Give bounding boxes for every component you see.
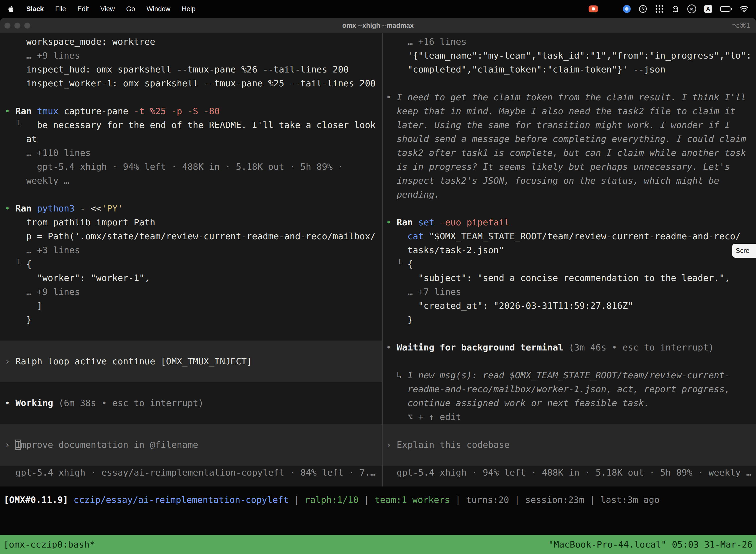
- prompt-input[interactable]: › Improve documentation in @filename: [0, 438, 382, 452]
- terminal-line: • Working (6m 38s • esc to interrupt): [0, 396, 382, 410]
- terminal-line: inspect_worker-1: omx sparkshell --tmux-…: [0, 76, 382, 90]
- terminal-line: ]: [0, 299, 382, 313]
- text-segment: |: [584, 495, 601, 505]
- text-segment: from pathlib import Path: [5, 217, 155, 227]
- text-segment: set: [418, 217, 440, 227]
- text-segment: 'PY': [102, 203, 123, 214]
- text-segment: workspace_mode: worktree: [5, 37, 155, 47]
- terminal-line: [0, 327, 382, 340]
- tmux-pane-left[interactable]: workspace_mode: worktree … +9 lines insp…: [0, 33, 382, 487]
- menu-item-edit[interactable]: Edit: [77, 5, 89, 13]
- terminal-line: "worker": "worker-1",: [0, 271, 382, 285]
- minimize-window-button[interactable]: [14, 22, 20, 29]
- text-segment: -euo pipefail: [440, 217, 510, 227]
- terminal-line: … +16 lines: [383, 35, 756, 49]
- text-segment: [OMX#0.11.9]: [4, 495, 68, 505]
- text-segment: inspect_hud: omx sparkshell --tmux-pane …: [5, 64, 349, 74]
- terminal-line: [0, 410, 382, 424]
- text-segment: p = Path('.omx/state/team/review-current…: [5, 231, 376, 241]
- terminal-line: pending.: [383, 188, 756, 202]
- maximize-window-button[interactable]: [24, 22, 30, 29]
- clock-app-icon[interactable]: [639, 5, 647, 13]
- blue-app-icon[interactable]: [623, 5, 631, 13]
- terminal-line: "completed","claim_token":"claim-token"}…: [383, 63, 756, 76]
- terminal-line: [383, 424, 756, 438]
- terminal-line: … +7 lines: [383, 285, 756, 299]
- keyboard-grid-icon[interactable]: [606, 6, 615, 12]
- text-segment: pending.: [386, 189, 440, 200]
- text-segment: … +9 lines: [5, 50, 80, 61]
- terminal-line: • Waiting for background terminal (3m 46…: [383, 340, 756, 354]
- tmux-status-bar: [omx-cczip0:bash* "MacBook-Pro-44.local"…: [0, 535, 756, 554]
- text-segment: is in progress? It seems likely but perh…: [386, 162, 730, 172]
- terminal-line: • I need to get the claim token from the…: [383, 90, 756, 104]
- text-segment: at: [5, 134, 37, 144]
- menu-item-go[interactable]: Go: [126, 5, 135, 13]
- active-app-menu[interactable]: Slack: [26, 5, 44, 13]
- terminal-line: └ be necessary for the end of the README…: [0, 118, 382, 132]
- terminal-line: [0, 452, 382, 466]
- text-segment: |: [289, 495, 305, 505]
- terminal-line: … +9 lines: [0, 49, 382, 63]
- apps-grid-icon[interactable]: [655, 5, 664, 13]
- tmux-pane-right[interactable]: … +16 lines '{"team_name":"my-team","tas…: [383, 33, 756, 487]
- terminal-window: omx --xhigh --madmax ⌥⌘1 workspace_mode:…: [0, 18, 756, 554]
- input-source-icon[interactable]: A: [704, 5, 712, 13]
- text-segment: … +9 lines: [5, 287, 80, 297]
- screen-recording-indicator-icon[interactable]: [588, 5, 598, 12]
- terminal-line: └ {: [383, 257, 756, 271]
- text-segment: cat: [386, 231, 429, 241]
- wifi-icon[interactable]: [740, 5, 749, 13]
- terminal-line: later. Using the same for transition mig…: [383, 118, 756, 132]
- text-segment: (3m 46s • esc to interrupt): [569, 342, 714, 352]
- text-segment: keep that in mind. Maybe I also need the…: [386, 106, 736, 116]
- terminal-line: [0, 90, 382, 104]
- battery-icon[interactable]: [720, 6, 732, 12]
- close-window-button[interactable]: [4, 22, 10, 29]
- text-segment: … +16 lines: [386, 37, 466, 47]
- prompt-input[interactable]: › Explain this codebase: [383, 438, 756, 452]
- text-segment: continue assigned work or next feasible …: [386, 398, 649, 408]
- terminal-line: [383, 452, 756, 466]
- terminal-line: gpt-5.4 xhigh · 94% left · 488K in · 5.1…: [0, 160, 382, 174]
- terminal-line: › Ralph loop active continue [OMX_TMUX_I…: [0, 354, 382, 368]
- text-segment: "created_at": "2026-03-31T11:59:27.816Z": [386, 300, 633, 311]
- text-segment: •: [5, 106, 15, 116]
- text-segment: "completed","claim_token":"claim-token"}…: [386, 64, 666, 74]
- terminal-line: "subject": "send a concise recommendatio…: [383, 271, 756, 285]
- apple-logo-icon[interactable]: [7, 5, 15, 13]
- menu-item-view[interactable]: View: [101, 5, 115, 13]
- terminal-line: gpt-5.4 xhigh · 94% left · 488K in · 5.1…: [383, 466, 756, 480]
- text-segment: ralph:1/10: [305, 495, 359, 505]
- terminal-line: ⌥ + ↑ edit: [383, 410, 756, 424]
- terminal-line: └ {: [0, 257, 382, 271]
- terminal-line: at: [0, 132, 382, 146]
- window-titlebar[interactable]: omx --xhigh --madmax ⌥⌘1: [0, 18, 756, 34]
- menu-item-window[interactable]: Window: [146, 5, 170, 13]
- text-segment: └: [5, 120, 37, 130]
- terminal-line: [0, 424, 382, 438]
- tmux-session-label[interactable]: [omx-cczip0:bash*: [3, 539, 95, 550]
- menu-bar: Slack File Edit View Go Window Help 61 A: [0, 0, 756, 18]
- text-segment: cczip/essay/ai-reimplementation-copyleft: [68, 495, 289, 505]
- menu-bar-status-icons: 61 A: [588, 4, 749, 13]
- text-segment: ↳ 1 new msg(s): read $OMX_TEAM_STATE_ROO…: [386, 370, 730, 380]
- text-segment: mprove documentation in @filename: [21, 440, 198, 450]
- menu-item-file[interactable]: File: [55, 5, 66, 13]
- terminal-line: [383, 327, 756, 340]
- menu-item-help[interactable]: Help: [182, 5, 196, 13]
- text-segment: ]: [5, 300, 43, 311]
- text-segment: turns:20: [466, 495, 509, 505]
- ghost-terminal-icon[interactable]: [672, 5, 679, 13]
- text-segment: Ran: [397, 217, 418, 227]
- terminal-line: cat "$OMX_TEAM_STATE_ROOT/team/review-cu…: [383, 229, 756, 243]
- omx-status-line: [OMX#0.11.9] cczip/essay/ai-reimplementa…: [0, 487, 756, 507]
- terminal-line: continue assigned work or next feasible …: [383, 396, 756, 410]
- text-segment: ⌥ + ↑ edit: [386, 412, 461, 422]
- text-segment: … +110 lines: [5, 148, 91, 158]
- text-segment: tasks/task-2.json": [386, 245, 504, 255]
- text-segment: -t %25 -p -S -80: [134, 106, 220, 116]
- text-segment: "worker": "worker-1",: [5, 273, 150, 283]
- omx-status-area: [OMX#0.11.9] cczip/essay/ai-reimplementa…: [0, 487, 756, 535]
- battery-percentage-badge[interactable]: 61: [687, 4, 696, 13]
